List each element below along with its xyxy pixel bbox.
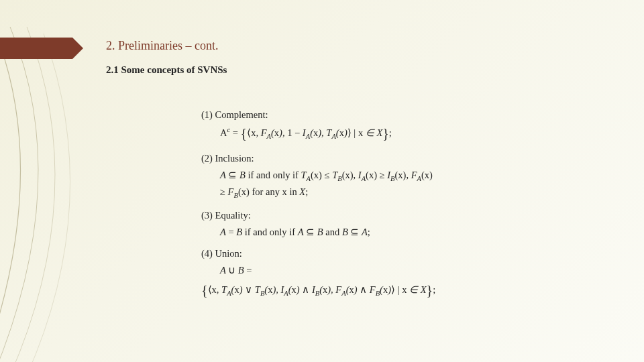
ribbon-accent [0,38,72,59]
section-subtitle: 2.1 Some concepts of SVNSs [106,64,227,76]
item-inclusion-body: A ⊆ B if and only if TA(x) ≤ TB(x), IA(x… [220,168,577,201]
item-inclusion-head: (2) Inclusion: [201,151,577,166]
item-equality-head: (3) Equality: [201,208,577,223]
item-complement-head: (1) Complement: [201,107,577,122]
section-title: 2. Preliminaries – cont. [106,39,218,53]
decorative-curves [0,27,148,362]
content-body: (1) Complement: Ac = {⟨x, FA(x), 1 − IA(… [201,101,577,304]
item-union-formula: {⟨x, TA(x) ∨ TB(x), IA(x) ∧ IB(x), FA(x)… [201,280,577,301]
item-union-lhs: A ∪ B = [220,263,577,278]
item-complement-formula: Ac = {⟨x, FA(x), 1 − IA(x), TA(x)⟩ | x ∈… [220,123,577,144]
item-union-head: (4) Union: [201,246,577,261]
item-equality-body: A = B if and only if A ⊆ B and B ⊆ A; [220,225,577,239]
